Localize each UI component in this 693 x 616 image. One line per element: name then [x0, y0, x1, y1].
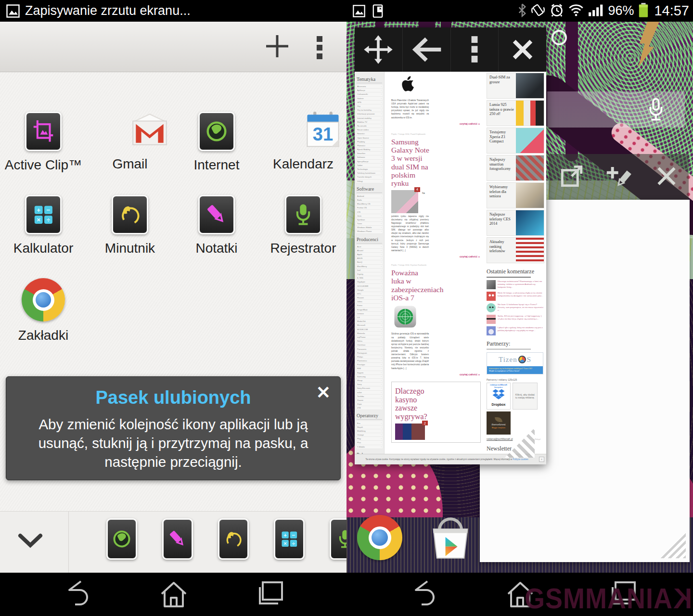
sidebar-link[interactable]: ZTE› — [356, 406, 383, 410]
comment-item[interactable]: Dlaczego zaśmiecanie? Rozmawiając z kimś… — [487, 280, 544, 289]
sidebar-link[interactable]: Symbian› — [356, 218, 383, 222]
sidebar-link[interactable]: Orange› — [356, 433, 383, 437]
sidebar-link[interactable]: Technologie› — [356, 167, 383, 171]
tray-app-minutnik[interactable] — [218, 518, 249, 560]
sidebar-link[interactable]: KrügerMatz› — [356, 308, 383, 312]
chevron-down-icon[interactable] — [17, 533, 43, 550]
sidebar-link[interactable]: Android› — [356, 194, 383, 198]
add-note-icon[interactable] — [604, 163, 634, 191]
sidebar-link[interactable]: Ciekawostki› — [356, 92, 383, 96]
sidebar-link[interactable]: Aplikacje› — [356, 89, 383, 92]
overflow-menu-icon[interactable] — [451, 27, 499, 72]
app-active-clip[interactable]: Active Clip™ — [2, 112, 84, 173]
app-zakladki[interactable]: Zakładki — [2, 278, 84, 343]
back-nav-icon[interactable] — [408, 579, 440, 611]
news-box[interactable]: Dual-SIM za grosze — [487, 73, 544, 99]
sidebar-link[interactable]: Transfer danych› — [356, 175, 383, 179]
sidebar-link[interactable]: Zopo› — [356, 402, 383, 406]
article-2-title[interactable]: Samsung Galaxy Note 3 w wersji dual SIM … — [391, 138, 431, 188]
sidebar-link[interactable]: Internet mobilny› — [356, 116, 383, 120]
comment-item[interactable]: I płacić tyle z galaxy, który nie wiadom… — [487, 326, 544, 335]
news-box[interactable]: Najlepszy smartfon fotograficzny — [487, 155, 544, 181]
sidebar-link[interactable]: ASUS› — [356, 257, 383, 260]
sidebar-link[interactable]: Smartfon› — [356, 152, 383, 155]
sidebar-link[interactable]: Gigabyte› — [356, 280, 383, 284]
article-4-title[interactable]: Dlaczego kasyno zawsze wygrywa? — [395, 387, 438, 422]
sidebar-link[interactable]: Sharp› — [356, 379, 383, 383]
sidebar-link[interactable]: Play› — [356, 437, 383, 441]
home-nav-icon[interactable] — [158, 579, 190, 611]
app-notatki[interactable]: Notatki — [176, 195, 257, 256]
sidebar-link[interactable]: myPhone› — [356, 335, 383, 339]
sidebar-link[interactable]: Plus› — [356, 441, 383, 445]
sidebar-link[interactable]: Sony Ericsson› — [356, 386, 383, 390]
microphone-icon[interactable] — [645, 97, 667, 124]
cookie-policy-link[interactable]: Polityce cookies — [513, 458, 528, 461]
sidebar-link[interactable]: Sagem› — [356, 371, 383, 375]
sidebar-link[interactable]: LG› — [356, 316, 383, 320]
app-kalkulator[interactable]: +−×÷Kalkulator — [2, 195, 84, 256]
sidebar-link[interactable]: MediaTek› — [356, 320, 383, 323]
sidebar-link[interactable]: Heyah› — [356, 425, 383, 429]
sidebar-link[interactable]: Java› — [356, 214, 383, 218]
sidebar-link[interactable]: Pentagram› — [356, 351, 383, 355]
sidebar-link[interactable]: Google› — [356, 288, 383, 292]
small-app-titlebar[interactable] — [355, 27, 546, 72]
sidebar-link[interactable]: Windows Mobile› — [356, 226, 383, 230]
sidebar-link[interactable]: Akcesoria› — [356, 85, 383, 89]
sidebar-link[interactable]: Firefox OS› — [356, 206, 383, 210]
sidebar-link[interactable]: Phablety› — [356, 140, 383, 144]
recents-nav-icon[interactable] — [256, 579, 286, 609]
sidebar-link[interactable]: HTC› — [356, 292, 383, 296]
sidebar-link[interactable]: Samsung› — [356, 375, 383, 379]
article-3-read-more[interactable]: czytaj całość » — [391, 373, 480, 376]
themeforest-ad[interactable]: themeforest Blogger templates — [487, 411, 511, 435]
app-kalendarz[interactable]: 31Kalendarz — [262, 112, 344, 173]
comment-item[interactable]: Nie każe Ci kolorkowo łączyć się z iTune… — [487, 303, 544, 312]
sidebar-link[interactable]: GPS› — [356, 101, 383, 104]
sidebar-link[interactable]: Lenovo› — [356, 312, 383, 316]
sidebar-link[interactable]: Specyfikacje› — [356, 160, 383, 164]
article-1-read-more[interactable]: czytaj całość » — [391, 122, 480, 125]
back-icon[interactable] — [403, 27, 451, 72]
google-search-widget[interactable] — [547, 91, 685, 128]
sidebar-link[interactable]: Bada› — [356, 198, 383, 202]
sidebar-link[interactable]: Tizen› — [356, 222, 383, 226]
sidebar-link[interactable]: Usługi› — [356, 180, 383, 183]
sidebar-link[interactable]: Nasze wideo› — [356, 128, 383, 132]
close-widget-icon[interactable] — [654, 164, 679, 191]
sidebar-link[interactable]: GOCLEVER› — [356, 284, 383, 288]
sidebar-link[interactable]: teXet› — [356, 391, 383, 395]
comment-item[interactable]: Sorka, S3 nie jest najgorszy.. a I był n… — [487, 315, 544, 324]
sidebar-link[interactable]: Gry› — [356, 104, 383, 108]
app-rejestrator[interactable]: Rejestrator — [262, 195, 344, 256]
play-store-shortcut[interactable] — [425, 514, 475, 564]
sidebar-link[interactable]: Tablet› — [356, 164, 383, 167]
sidebar-link[interactable]: Na wesoło› — [356, 124, 383, 128]
news-box[interactable]: Lumia 925 tańsza o prawie 250 zł! — [487, 100, 544, 126]
sidebar-link[interactable]: Kiano› — [356, 304, 383, 308]
sidebar-link[interactable]: Plantronics› — [356, 359, 383, 363]
news-box[interactable]: Najlepsze telefony CES 2014 — [487, 210, 544, 236]
sidebar-link[interactable]: Huawei› — [356, 296, 383, 300]
expand-widget-icon[interactable] — [559, 163, 585, 191]
sidebar-link[interactable]: Informacje prasowe› — [356, 112, 383, 116]
news-box[interactable]: Wybieramy telefon dla seniora — [487, 182, 544, 208]
sidebar-link[interactable]: Motorola› — [356, 332, 383, 335]
sidebar-link[interactable]: BlackBerry OS› — [356, 202, 383, 206]
sidebar-link[interactable]: Mobilking› — [356, 429, 383, 433]
dropbox-ad[interactable]: redakcja techManiaK korzysta z Dropbox — [487, 383, 511, 410]
sidebar-link[interactable]: Dignity› — [356, 272, 383, 276]
sidebar-link[interactable]: Software› — [356, 155, 383, 159]
note-resize-handle[interactable] — [660, 532, 686, 558]
placeholder-ad[interactable]: Kliknij, aby dodać tu swoją reklamę. — [513, 383, 538, 410]
app-internet[interactable]: Internet — [176, 112, 257, 173]
sidebar-link[interactable]: Jabra› — [356, 300, 383, 304]
close-icon[interactable] — [499, 27, 546, 72]
sidebar-link[interactable]: E-TEN› — [356, 276, 383, 280]
tray-app-rejestrator[interactable] — [330, 518, 346, 560]
sidebar-link[interactable]: Panasonic› — [356, 347, 383, 351]
news-box[interactable]: Testujemy Xperia Z1 Compact — [487, 128, 544, 154]
sidebar-link[interactable]: RIM› — [356, 367, 383, 371]
sidebar-link[interactable]: Płatności› — [356, 144, 383, 148]
